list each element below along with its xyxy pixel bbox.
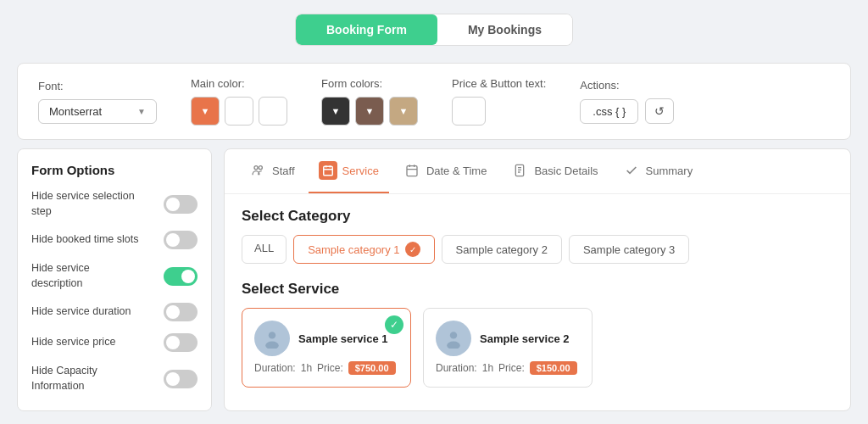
service-info-1: Sample service 2	[480, 332, 570, 345]
actions-option-group: Actions: .css { } ↺	[580, 79, 674, 124]
service-card-0[interactable]: Sample service 1 Duration: 1h Price: $75…	[242, 308, 411, 388]
service-card-header-1: Sample service 2	[436, 321, 580, 356]
svg-point-14	[269, 332, 275, 338]
service-duration-0: 1h	[301, 362, 312, 374]
main-color-swatch-1[interactable]: ▼	[191, 97, 220, 126]
service-name-0: Sample service 1	[298, 332, 388, 345]
category-check-icon-0: ✓	[405, 242, 420, 257]
svg-point-17	[447, 342, 460, 349]
sidebar-item-label-1: Hide booked time slots	[31, 232, 138, 248]
staff-icon	[248, 161, 267, 180]
sidebar-item-1: Hide booked time slots	[31, 231, 198, 249]
step-tab-basic-details[interactable]: Basic Details	[500, 149, 608, 193]
service-duration-1: 1h	[482, 362, 493, 374]
refresh-button[interactable]: ↺	[645, 98, 674, 124]
main-color-swatch-3[interactable]	[259, 97, 287, 126]
main-color-swatches: ▼	[191, 97, 287, 126]
step-tab-service-label: Service	[342, 165, 379, 177]
sidebar-item-label-2: Hide service description	[31, 261, 142, 291]
content-area: Staff Service Date & Time Basic Details	[224, 148, 851, 411]
service-avatar-0	[254, 321, 290, 356]
service-price-label-1: Price:	[498, 362, 525, 374]
category-pill-0[interactable]: Sample category 1 ✓	[293, 235, 434, 264]
font-option-group: Font: Montserrat ▼	[38, 80, 157, 124]
service-cards: Sample service 1 Duration: 1h Price: $75…	[242, 308, 833, 388]
service-duration-label-1: Duration:	[436, 362, 477, 374]
category-pill-2[interactable]: Sample category 3	[569, 235, 689, 264]
service-selected-check-0: ✓	[385, 315, 403, 334]
svg-point-15	[265, 342, 279, 349]
service-info-0: Sample service 1	[298, 332, 388, 345]
sidebar-item-0: Hide service selection step	[31, 189, 198, 219]
basic-details-icon	[510, 161, 529, 180]
svg-rect-6	[407, 166, 417, 176]
service-avatar-1	[436, 321, 471, 356]
toggle-slider-3	[164, 303, 198, 321]
sidebar-title: Form Options	[31, 163, 198, 177]
service-card-header-0: Sample service 1	[254, 321, 398, 356]
service-meta-1: Duration: 1h Price: $150.00	[436, 361, 580, 375]
sidebar-item-row-3: Hide service duration	[31, 303, 198, 321]
step-tab-staff[interactable]: Staff	[238, 149, 305, 193]
step-tab-summary-label: Summary	[646, 165, 693, 177]
step-tab-datetime[interactable]: Date & Time	[392, 149, 498, 193]
swatch-arrow-light-icon: ▼	[399, 106, 409, 116]
toggle-slider-2	[164, 267, 198, 286]
service-duration-label-0: Duration:	[254, 362, 296, 374]
sidebar-item-2: Hide service description	[31, 261, 198, 291]
step-tab-staff-label: Staff	[272, 165, 295, 177]
sidebar: Form Options Hide service selection step…	[17, 148, 212, 411]
service-card-1[interactable]: Sample service 2 Duration: 1h Price: $15…	[423, 308, 593, 388]
toggle-2[interactable]	[164, 267, 198, 286]
sidebar-item-5: Hide Capacity Information	[31, 364, 198, 393]
sidebar-item-row-2: Hide service description	[31, 261, 198, 291]
toggle-4[interactable]	[164, 333, 198, 352]
toggle-0[interactable]	[164, 195, 198, 214]
service-name-1: Sample service 2	[480, 332, 570, 345]
font-select-dropdown[interactable]: Montserrat ▼	[38, 99, 157, 124]
service-price-1: $150.00	[530, 361, 577, 375]
service-icon	[319, 161, 337, 180]
category-section: Select Category ALL Sample category 1 ✓ …	[225, 194, 850, 272]
toggle-3[interactable]	[164, 303, 198, 321]
step-tab-service[interactable]: Service	[309, 149, 389, 193]
toggle-slider-0	[164, 195, 198, 214]
form-color-swatch-2[interactable]: ▼	[355, 97, 384, 126]
service-section: Select Service Sample service 1 Duration…	[225, 272, 850, 396]
step-tab-summary[interactable]: Summary	[612, 149, 704, 193]
svg-point-16	[450, 332, 457, 338]
step-tab-datetime-label: Date & Time	[426, 165, 487, 177]
sidebar-item-row-5: Hide Capacity Information	[31, 364, 198, 393]
category-pill-1[interactable]: Sample category 2	[442, 235, 562, 264]
swatch-arrow-medium-icon: ▼	[365, 106, 375, 116]
svg-point-1	[259, 166, 262, 170]
form-color-swatch-3[interactable]: ▼	[389, 97, 418, 126]
all-category-pill[interactable]: ALL	[242, 235, 287, 264]
css-button[interactable]: .css { }	[580, 99, 638, 124]
service-price-label-0: Price:	[317, 362, 343, 374]
main-color-option-group: Main color: ▼	[191, 77, 287, 126]
toggle-1[interactable]	[164, 231, 198, 249]
step-tabs: Staff Service Date & Time Basic Details	[225, 149, 850, 194]
toggle-5[interactable]	[164, 370, 198, 388]
tab-booking-form[interactable]: Booking Form	[296, 14, 437, 45]
form-color-swatch-1[interactable]: ▼	[321, 97, 350, 126]
tab-my-bookings[interactable]: My Bookings	[437, 14, 572, 45]
sidebar-item-3: Hide service duration	[31, 303, 198, 321]
main-color-swatch-2[interactable]	[225, 97, 253, 126]
price-button-swatches	[452, 97, 546, 126]
top-navigation: Booking Form My Bookings	[0, 0, 868, 54]
sidebar-item-label-3: Hide service duration	[31, 304, 131, 320]
category-pill-label-0: Sample category 1	[308, 243, 399, 256]
category-pill-label-2: Sample category 3	[583, 243, 675, 256]
step-tab-basic-details-label: Basic Details	[534, 165, 598, 177]
service-price-0: $750.00	[348, 361, 396, 375]
swatch-arrow-dark-icon: ▼	[331, 106, 341, 116]
font-value: Montserrat	[49, 105, 102, 118]
toggle-slider-4	[164, 333, 198, 352]
form-colors-option-group: Form colors: ▼ ▼ ▼	[321, 77, 418, 126]
form-color-swatches: ▼ ▼ ▼	[321, 97, 418, 126]
sidebar-item-row-1: Hide booked time slots	[31, 231, 198, 249]
price-button-swatch[interactable]	[452, 97, 486, 126]
sidebar-item-label-4: Hide service price	[31, 335, 115, 350]
